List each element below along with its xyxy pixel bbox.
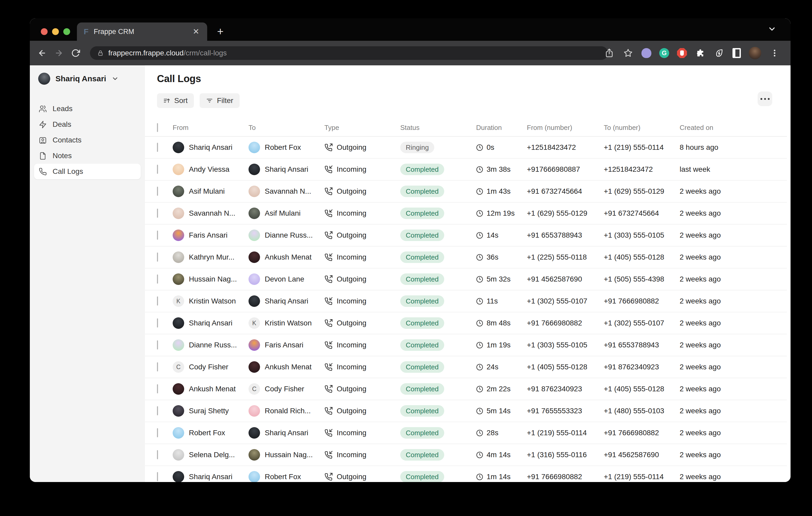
row-checkbox[interactable] xyxy=(157,143,158,152)
duration-value: 24s xyxy=(487,363,498,371)
leaf-extension-icon[interactable] xyxy=(714,48,725,59)
status-cell: Completed xyxy=(400,383,476,395)
row-checkbox[interactable] xyxy=(157,450,158,459)
column-header-from[interactable]: From xyxy=(173,124,249,132)
url-bar[interactable]: frappecrm.frappe.cloud/crm/call-logs xyxy=(90,46,608,60)
forward-icon[interactable] xyxy=(53,47,65,59)
more-options-button[interactable] xyxy=(758,91,772,106)
table-row[interactable]: KKristin WatsonShariq AnsariIncomingComp… xyxy=(145,291,787,312)
table-row[interactable]: Shariq AnsariRobert FoxOutgoingRinging0s… xyxy=(145,137,787,159)
zoom-window-button[interactable] xyxy=(63,28,70,35)
table-row[interactable]: CCody FisherAnkush MenatIncomingComplete… xyxy=(145,356,787,378)
kebab-menu-icon[interactable] xyxy=(769,48,780,59)
table-row[interactable]: Andy ViessaShariq AnsariIncomingComplete… xyxy=(145,159,787,181)
row-checkbox[interactable] xyxy=(157,252,158,262)
user-menu[interactable]: Shariq Ansari xyxy=(34,73,141,85)
row-checkbox[interactable] xyxy=(157,362,158,371)
column-header-type[interactable]: Type xyxy=(324,124,400,132)
avatar xyxy=(173,208,184,219)
browser-tab[interactable]: F Frappe CRM ✕ xyxy=(77,23,207,41)
sidebar-item-deals[interactable]: Deals xyxy=(34,117,141,132)
new-tab-button[interactable]: + xyxy=(217,26,224,37)
row-checkbox[interactable] xyxy=(157,340,158,350)
row-checkbox[interactable] xyxy=(157,318,158,328)
row-checkbox[interactable] xyxy=(157,297,158,306)
puzzle-extensions-icon[interactable] xyxy=(695,48,706,59)
table-row[interactable]: Kathryn Mur...Ankush MenatIncomingComple… xyxy=(145,246,787,269)
sort-button[interactable]: Sort xyxy=(157,93,194,108)
row-checkbox[interactable] xyxy=(157,165,158,174)
row-checkbox[interactable] xyxy=(157,231,158,240)
to-name: Devon Lane xyxy=(265,275,304,283)
close-window-button[interactable] xyxy=(41,28,48,35)
from-number: +1 (302) 555-0107 xyxy=(527,297,604,305)
chevron-down-icon[interactable] xyxy=(767,25,776,34)
status-badge: Completed xyxy=(400,273,444,285)
to-name: Asif Mulani xyxy=(265,209,300,217)
table-row[interactable]: Asif MulaniSavannah N...OutgoingComplete… xyxy=(145,181,787,203)
table-row[interactable]: Hussain Nag...Devon LaneOutgoingComplete… xyxy=(145,269,787,291)
status-cell: Completed xyxy=(400,449,476,461)
row-checkbox[interactable] xyxy=(157,406,158,415)
avatar xyxy=(173,142,184,153)
row-checkbox[interactable] xyxy=(157,209,158,218)
created-on: 2 weeks ago xyxy=(679,253,787,262)
table-row[interactable]: Savannah N...Asif MulaniIncomingComplete… xyxy=(145,203,787,224)
adblock-extension-icon[interactable] xyxy=(677,48,687,58)
row-checkbox[interactable] xyxy=(157,274,158,284)
avatar xyxy=(249,142,260,153)
created-on: 8 hours ago xyxy=(679,143,787,152)
table-header: FromToTypeStatusDurationFrom (number)To … xyxy=(145,119,787,137)
to-name: Faris Ansari xyxy=(265,341,303,349)
clock-icon xyxy=(476,188,483,195)
phone-outgoing-icon xyxy=(324,319,332,327)
sidebar-item-notes[interactable]: Notes xyxy=(34,148,141,164)
row-checkbox[interactable] xyxy=(157,428,158,437)
reload-icon[interactable] xyxy=(69,47,82,59)
table-row[interactable]: Selena Delg...Hussain Nag...IncomingComp… xyxy=(145,444,787,466)
table-row[interactable]: Faris AnsariDianne Russ...OutgoingComple… xyxy=(145,224,787,246)
table-row[interactable]: Shariq AnsariRobert FoxOutgoingCompleted… xyxy=(145,466,787,482)
duration-cell: 1m 19s xyxy=(476,341,527,349)
grammarly-extension-icon[interactable]: G xyxy=(659,48,669,58)
column-header-duration[interactable]: Duration xyxy=(476,124,527,132)
table-row[interactable]: Ankush MenatCCody FisherOutgoingComplete… xyxy=(145,378,787,400)
clock-icon xyxy=(476,210,483,217)
phone-incoming-icon xyxy=(324,253,332,262)
type-label: Outgoing xyxy=(337,187,367,195)
star-icon[interactable] xyxy=(622,48,634,59)
to-cell: Savannah N... xyxy=(249,186,324,197)
select-all-checkbox[interactable] xyxy=(157,123,158,132)
to-name: Shariq Ansari xyxy=(265,429,309,437)
table-row[interactable]: Suraj ShettyRonald Rich...OutgoingComple… xyxy=(145,400,787,422)
sidebar-item-leads[interactable]: Leads xyxy=(34,101,141,117)
from-cell: CCody Fisher xyxy=(173,361,249,373)
column-header-from-number[interactable]: From (number) xyxy=(527,124,604,132)
reader-mode-icon[interactable] xyxy=(732,48,741,58)
table-row[interactable]: Robert FoxShariq AnsariIncomingCompleted… xyxy=(145,422,787,444)
column-header-created-on[interactable]: Created on xyxy=(679,124,787,132)
row-checkbox[interactable] xyxy=(157,384,158,393)
share-icon[interactable] xyxy=(604,48,615,59)
avatar xyxy=(249,208,260,219)
filter-button[interactable]: Filter xyxy=(200,93,239,108)
tab-close-icon[interactable]: ✕ xyxy=(192,27,200,37)
to-number: +91 4562587690 xyxy=(604,451,679,459)
to-number: +12518423472 xyxy=(604,165,679,174)
column-header-to-number[interactable]: To (number) xyxy=(604,124,679,132)
back-icon[interactable] xyxy=(36,47,48,59)
minimize-window-button[interactable] xyxy=(52,28,59,35)
row-checkbox[interactable] xyxy=(157,472,158,481)
row-checkbox[interactable] xyxy=(157,187,158,196)
column-header-to[interactable]: To xyxy=(249,124,324,132)
github-extension-icon[interactable] xyxy=(641,48,651,58)
sidebar-item-call-logs[interactable]: Call Logs xyxy=(34,164,141,179)
avatar xyxy=(173,251,184,263)
profile-avatar[interactable] xyxy=(749,47,761,59)
phone-outgoing-icon xyxy=(324,385,332,393)
table-row[interactable]: Dianne Russ...Faris AnsariIncomingComple… xyxy=(145,334,787,356)
column-header-status[interactable]: Status xyxy=(400,124,476,132)
sidebar-item-contacts[interactable]: Contacts xyxy=(34,132,141,148)
type-label: Incoming xyxy=(337,363,367,371)
table-row[interactable]: Shariq AnsariKKristin WatsonOutgoingComp… xyxy=(145,312,787,334)
